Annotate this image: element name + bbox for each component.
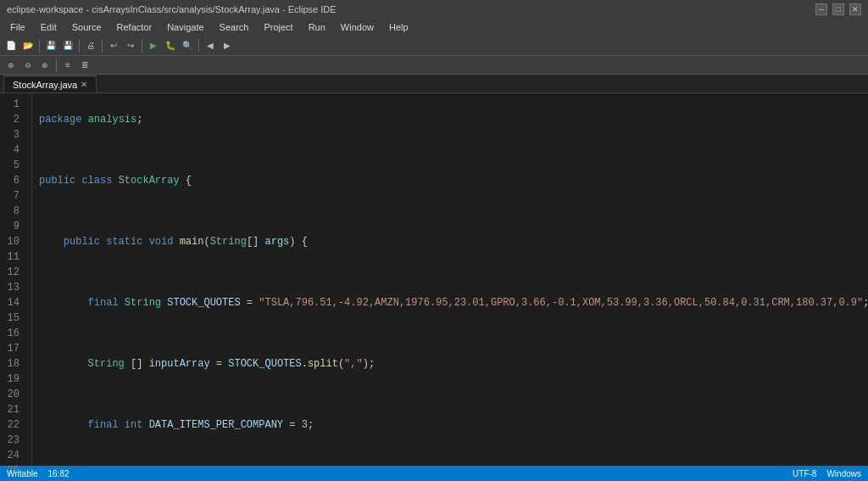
menu-edit[interactable]: Edit — [34, 20, 64, 34]
code-line-9: String [] inputArray = STOCK_QUOTES.spli… — [39, 356, 861, 372]
minimize-button[interactable]: ─ — [815, 3, 827, 15]
line-num-21: 21 — [0, 402, 25, 417]
window-title: eclipse-workspace - cisArraysInClass/src… — [7, 4, 337, 14]
toolbar-separator-5 — [198, 39, 199, 53]
line-num-18: 18 — [0, 356, 25, 372]
toolbar2-sep1 — [56, 59, 57, 72]
code-line-4 — [39, 204, 861, 219]
line-num-20: 20 — [0, 387, 25, 402]
code-editor[interactable]: package analysis; public class StockArra… — [32, 93, 868, 466]
toolbar-row2: ⊕ ⊖ ⊗ ≡ ≣ — [0, 56, 868, 75]
code-line-5: public static void main(String[] args) { — [39, 234, 861, 249]
line-num-15: 15 — [0, 310, 25, 326]
toolbar-separator-1 — [39, 39, 40, 53]
search-toolbar-button[interactable]: 🔍 — [180, 38, 195, 53]
print-button[interactable]: 🖨 — [83, 38, 98, 53]
code-line-12 — [39, 448, 861, 463]
toolbar2-btn3[interactable]: ⊗ — [37, 58, 53, 73]
code-line-10 — [39, 387, 861, 402]
new-button[interactable]: 📄 — [3, 38, 19, 53]
line-num-8: 8 — [0, 204, 25, 219]
line-num-10: 10 — [0, 234, 25, 249]
redo-button[interactable]: ↪ — [123, 38, 138, 53]
menu-navigate[interactable]: Navigate — [160, 20, 210, 34]
status-writable: Writable — [7, 469, 38, 478]
menu-project[interactable]: Project — [257, 20, 299, 34]
tab-stockarray[interactable]: StockArray.java ✕ — [3, 76, 97, 92]
toolbar2-btn1[interactable]: ⊕ — [3, 58, 19, 73]
line-num-13: 13 — [0, 280, 25, 295]
line-num-7: 7 — [0, 188, 25, 204]
menu-help[interactable]: Help — [382, 20, 415, 34]
code-line-7: final String STOCK_QUOTES = "TSLA,796.51… — [39, 295, 861, 310]
run-button[interactable]: ▶ — [146, 38, 161, 53]
line-num-14: 14 — [0, 295, 25, 310]
debug-button[interactable]: 🐛 — [163, 38, 178, 53]
line-num-9: 9 — [0, 219, 25, 234]
line-num-1: 1 — [0, 97, 25, 112]
tab-bar: StockArray.java ✕ — [0, 75, 868, 93]
code-line-2 — [39, 143, 861, 158]
tab-close-icon[interactable]: ✕ — [81, 80, 87, 89]
code-line-11: final int DATA_ITEMS_PER_COMPANY = 3; — [39, 417, 861, 433]
status-position: 16:82 — [48, 469, 70, 478]
code-line-3: public class StockArray { — [39, 173, 861, 188]
title-bar: eclipse-workspace - cisArraysInClass/src… — [0, 0, 868, 19]
menu-run[interactable]: Run — [302, 20, 332, 34]
code-line-8 — [39, 326, 861, 341]
status-linetype: Windows — [826, 469, 861, 478]
line-num-5: 5 — [0, 158, 25, 173]
close-button[interactable]: ✕ — [849, 3, 861, 15]
toolbar-separator-4 — [142, 39, 142, 53]
line-num-11: 11 — [0, 249, 25, 265]
menu-search[interactable]: Search — [213, 20, 256, 34]
menu-refactor[interactable]: Refactor — [110, 20, 159, 34]
status-bar: Writable 16:82 UTF-8 Windows — [0, 466, 868, 481]
toolbar2-btn5[interactable]: ≣ — [77, 58, 92, 73]
menu-source[interactable]: Source — [65, 20, 108, 34]
undo-button[interactable]: ↩ — [106, 38, 121, 53]
line-num-12: 12 — [0, 265, 25, 280]
next-button[interactable]: ▶ — [220, 38, 235, 53]
status-encoding: UTF-8 — [793, 469, 816, 478]
menu-window[interactable]: Window — [334, 20, 381, 34]
menu-bar: File Edit Source Refactor Navigate Searc… — [0, 19, 868, 36]
line-num-4: 4 — [0, 143, 25, 158]
line-num-19: 19 — [0, 372, 25, 387]
line-num-24: 24 — [0, 448, 25, 463]
line-num-23: 23 — [0, 433, 25, 448]
line-numbers: 1 2 3 4 5 6 7 8 9 10 11 12 13 14 15 16 1… — [0, 93, 32, 466]
open-button[interactable]: 📂 — [20, 38, 36, 53]
line-num-17: 17 — [0, 341, 25, 356]
menu-file[interactable]: File — [3, 20, 32, 34]
line-num-3: 3 — [0, 127, 25, 143]
save-all-button[interactable]: 💾 — [60, 38, 75, 53]
toolbar2-btn2[interactable]: ⊖ — [20, 58, 36, 73]
status-right: UTF-8 Windows — [793, 469, 861, 478]
line-num-16: 16 — [0, 326, 25, 341]
line-num-22: 22 — [0, 417, 25, 433]
prev-button[interactable]: ◀ — [203, 38, 218, 53]
toolbar-separator-3 — [102, 39, 103, 53]
line-num-2: 2 — [0, 112, 25, 127]
code-line-6 — [39, 265, 861, 280]
window-controls: ─ □ ✕ — [815, 3, 861, 15]
code-line-1: package analysis; — [39, 112, 861, 127]
maximize-button[interactable]: □ — [832, 3, 844, 15]
tab-label: StockArray.java — [13, 80, 77, 90]
toolbar2-btn4[interactable]: ≡ — [60, 58, 75, 73]
toolbar-row1: 📄 📂 💾 💾 🖨 ↩ ↪ ▶ 🐛 🔍 ◀ ▶ — [0, 36, 868, 56]
main-content: 1 2 3 4 5 6 7 8 9 10 11 12 13 14 15 16 1… — [0, 93, 868, 466]
save-button[interactable]: 💾 — [43, 38, 58, 53]
line-num-6: 6 — [0, 173, 25, 188]
toolbar-separator-2 — [79, 39, 80, 53]
status-left: Writable 16:82 — [7, 469, 70, 478]
